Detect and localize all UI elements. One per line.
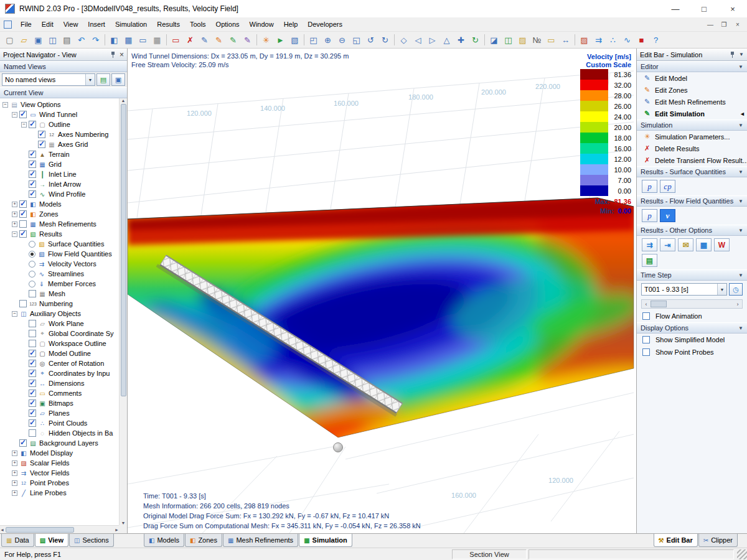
tab-edit-bar[interactable]: ⚒Edit Bar	[654, 534, 698, 547]
grid-settings-button[interactable]: ▦	[151, 33, 164, 47]
line-probe-button[interactable]: ∿	[621, 33, 634, 47]
tree-item-streamlines[interactable]: ∿Streamlines	[0, 269, 119, 279]
streamline-export-button[interactable]: ⇉	[642, 238, 657, 251]
help-button[interactable]: ?	[649, 33, 663, 47]
menu-help[interactable]: Help	[279, 19, 303, 30]
checkbox[interactable]	[29, 330, 36, 337]
collapse-icon[interactable]: −	[12, 112, 17, 118]
zoom-all-button[interactable]: ◱	[350, 33, 364, 47]
scroll-up-icon[interactable]: ▲	[121, 98, 126, 103]
checkbox[interactable]	[642, 348, 650, 356]
flow-pressure-button[interactable]: p	[642, 209, 657, 222]
menu-simulation[interactable]: Simulation	[110, 19, 152, 30]
checkbox[interactable]	[642, 312, 650, 320]
checkbox[interactable]	[642, 336, 650, 343]
pan-view-button[interactable]: ✚	[454, 33, 468, 47]
slider-right-icon[interactable]: ›	[733, 301, 742, 307]
checkbox[interactable]	[19, 200, 27, 208]
surface-quantities-header[interactable]: Results - Surface Quantities▼	[637, 166, 747, 177]
tree-item-coordinates-by-inpu[interactable]: ⌖Coordinates by Inpu	[0, 368, 119, 378]
checkbox[interactable]	[29, 320, 36, 327]
control-sphere[interactable]	[334, 443, 343, 452]
collapse-icon[interactable]: −	[12, 311, 17, 317]
radio-button[interactable]	[29, 271, 35, 278]
time-step-slider[interactable]: ‹ ›	[641, 299, 743, 309]
tree-item-work-plane[interactable]: ▱Work Plane	[0, 319, 119, 329]
tree-item-numbering[interactable]: 123Numbering	[0, 299, 119, 309]
expand-icon[interactable]: +	[12, 460, 17, 466]
checkbox[interactable]	[19, 220, 27, 228]
editor-section-header[interactable]: Editor▼	[637, 61, 747, 72]
edit-zones-item[interactable]: ✎Edit Zones	[637, 84, 747, 96]
tree-item-mesh-refinements[interactable]: +▦Mesh Refinements	[0, 219, 119, 229]
units-settings-button[interactable]: №	[530, 33, 544, 47]
tree-item-background-layers[interactable]: ▤Background Layers	[0, 438, 119, 448]
checkbox[interactable]	[29, 429, 36, 437]
tree-item-inlet-line[interactable]: ┃Inlet Line	[0, 169, 119, 179]
menu-results[interactable]: Results	[152, 19, 185, 30]
tree-item-model-outline[interactable]: ▢Model Outline	[0, 348, 119, 358]
zoom-in-button[interactable]: ⊕	[321, 33, 335, 47]
checkbox[interactable]	[29, 121, 36, 128]
tree-item-point-probes[interactable]: +12Point Probes	[0, 478, 119, 488]
tree-item-global-coordinate-sy[interactable]: ⌖Global Coordinate Sy	[0, 329, 119, 338]
display-options-header[interactable]: Display Options▼	[637, 322, 747, 334]
tables-button[interactable]: ▦	[122, 33, 136, 47]
expand-icon[interactable]: +	[12, 480, 17, 486]
save-button[interactable]: ▣	[32, 33, 45, 47]
tree-item-line-probes[interactable]: +╱Line Probes	[0, 488, 119, 498]
tree-item-mesh[interactable]: ▦Mesh	[0, 289, 119, 299]
vector-field-button[interactable]: ⇉	[592, 33, 606, 47]
checkbox[interactable]	[29, 409, 36, 417]
menu-developers[interactable]: Developers	[303, 19, 347, 30]
point-probe-button[interactable]: ∴	[606, 33, 620, 47]
isometric-view-button[interactable]: ◇	[397, 33, 411, 47]
pin-icon[interactable]	[730, 52, 735, 58]
radio-button[interactable]	[29, 241, 35, 248]
delete-transient-flow-result-item[interactable]: ✗Delete Transient Flow Result...	[637, 154, 747, 166]
checkbox[interactable]	[29, 370, 36, 377]
tree-vertical-scrollbar[interactable]: ▲▼	[119, 98, 127, 525]
radio-button[interactable]	[29, 251, 35, 258]
edit-model-button[interactable]: ✎	[198, 33, 212, 47]
maximize-button[interactable]: □	[690, 0, 718, 17]
tree-item-bitmaps[interactable]: ▣Bitmaps	[0, 398, 119, 408]
mdi-minimize-icon[interactable]: —	[705, 21, 716, 28]
tree-item-center-of-rotation[interactable]: ◎Center of Rotation	[0, 358, 119, 368]
checkbox[interactable]	[29, 350, 36, 357]
scroll-thumb[interactable]	[121, 104, 126, 396]
report-tables-button[interactable]: ▦	[696, 238, 712, 251]
tree-item-zones[interactable]: +◧Zones	[0, 209, 119, 219]
scroll-left-icon[interactable]: ◄	[0, 528, 4, 532]
collapse-icon[interactable]: −	[2, 102, 8, 108]
checkbox[interactable]	[29, 340, 36, 347]
mdi-restore-icon[interactable]: ❐	[718, 21, 730, 28]
close-button[interactable]: ×	[718, 0, 747, 17]
edit-simulation-item[interactable]: ✎Edit Simulation◄	[637, 108, 747, 119]
display-properties-button[interactable]: ▨	[516, 33, 530, 47]
open-project-button[interactable]: ▱	[17, 33, 31, 47]
mdi-close-icon[interactable]: ×	[732, 21, 743, 28]
flow-velocity-button[interactable]: v	[660, 209, 675, 222]
zoom-out-button[interactable]: ⊖	[336, 33, 349, 47]
menu-tools[interactable]: Tools	[185, 19, 211, 30]
menu-insert[interactable]: Insert	[83, 19, 110, 30]
checkbox[interactable]	[19, 210, 27, 218]
collapse-icon[interactable]: −	[12, 231, 17, 237]
show-results-button[interactable]: ▧	[288, 33, 302, 47]
checkbox[interactable]	[19, 111, 27, 118]
previous-view-button[interactable]: ↺	[364, 33, 378, 47]
named-views-dropdown[interactable]: No named views ▼	[2, 73, 95, 86]
edit-zones-button[interactable]: ✎	[212, 33, 226, 47]
delete-results-item[interactable]: ✗Delete Results	[637, 142, 747, 154]
time-history-button[interactable]: ◷	[729, 283, 743, 296]
tree-item-wind-tunnel[interactable]: −▭Wind Tunnel	[0, 110, 119, 119]
resize-grip[interactable]	[737, 549, 747, 559]
section-view-button[interactable]: ◫	[502, 33, 515, 47]
rotate-view-button[interactable]: ↻	[469, 33, 482, 47]
tab-data[interactable]: ▦Data	[1, 534, 34, 547]
scroll-down-icon[interactable]: ▼	[121, 521, 126, 525]
tab-sections[interactable]: ◫Sections	[69, 534, 114, 547]
tree-item-member-forces[interactable]: ⇓Member Forces	[0, 279, 119, 289]
tab-mesh-refinements[interactable]: ▦Mesh Refinements	[223, 534, 298, 547]
